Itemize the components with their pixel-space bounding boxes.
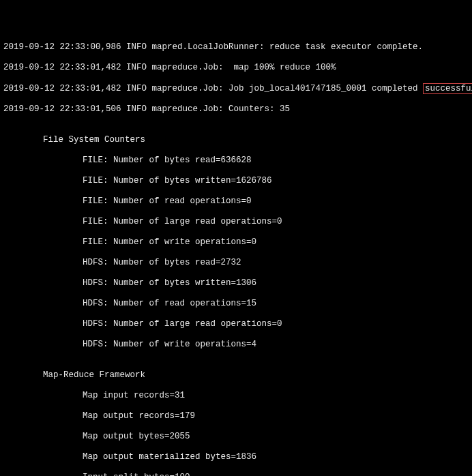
- counter-line: FILE: Number of bytes written=1626786: [3, 176, 472, 186]
- counter-line: Map input records=31: [3, 391, 472, 401]
- section-title-mrf: Map-Reduce Framework: [3, 370, 472, 381]
- counter-line: FILE: Number of large read operations=0: [3, 217, 472, 227]
- counter-line: HDFS: Number of large read operations=0: [3, 319, 472, 329]
- counter-line: Map output records=179: [3, 411, 472, 421]
- section-title-fsc: File System Counters: [3, 135, 472, 145]
- counter-line: HDFS: Number of write operations=4: [3, 340, 472, 350]
- counter-line: HDFS: Number of bytes written=1306: [3, 278, 472, 288]
- counter-line: Map output materialized bytes=1836: [3, 452, 472, 462]
- counter-line: HDFS: Number of bytes read=2732: [3, 258, 472, 268]
- counter-line: Input split bytes=100: [3, 473, 472, 476]
- log-line: 2019-09-12 22:33:01,506 INFO mapreduce.J…: [3, 104, 472, 115]
- highlight-successfully: successfully: [423, 83, 472, 94]
- counter-line: Map output bytes=2055: [3, 432, 472, 442]
- log-line: 2019-09-12 22:33:00,986 INFO mapred.Loca…: [3, 42, 472, 53]
- log-line: 2019-09-12 22:33:01,482 INFO mapreduce.J…: [3, 83, 472, 94]
- log-prefix: 2019-09-12 22:33:01,482 INFO mapreduce.J…: [3, 84, 423, 93]
- counter-line: FILE: Number of read operations=0: [3, 196, 472, 207]
- counter-line: HDFS: Number of read operations=15: [3, 299, 472, 309]
- log-line: 2019-09-12 22:33:01,482 INFO mapreduce.J…: [3, 63, 472, 73]
- counter-line: FILE: Number of bytes read=636628: [3, 155, 472, 166]
- counter-line: FILE: Number of write operations=0: [3, 237, 472, 248]
